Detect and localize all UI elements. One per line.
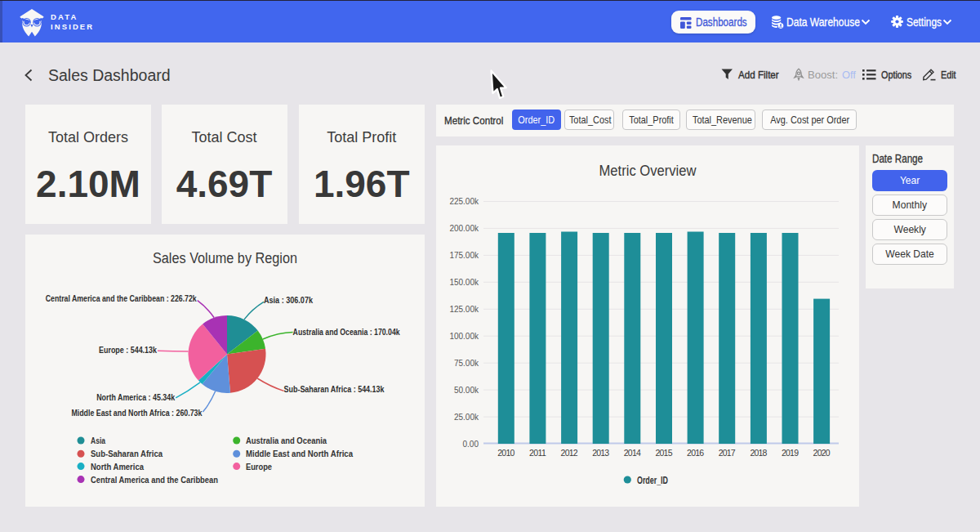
svg-text:2018: 2018: [750, 448, 767, 458]
svg-text:Central America and the Caribb: Central America and the Caribbean: [91, 475, 218, 485]
svg-text:Central America and the Caribb: Central America and the Caribbean : 226.…: [46, 293, 198, 303]
svg-text:2013: 2013: [592, 448, 609, 458]
svg-text:Asia: Asia: [91, 436, 105, 445]
svg-text:0.00: 0.00: [463, 440, 479, 449]
svg-text:Asia : 306.07k: Asia : 306.07k: [264, 295, 314, 305]
svg-text:2015: 2015: [656, 448, 673, 458]
svg-text:125.00k: 125.00k: [449, 305, 479, 314]
svg-text:Australia and Oceania : 170.04: Australia and Oceania : 170.04k: [293, 327, 401, 337]
svg-text:2020: 2020: [813, 448, 831, 458]
svg-text:100.00k: 100.00k: [449, 332, 479, 341]
svg-text:Metric Overview: Metric Overview: [599, 163, 697, 179]
svg-text:50.00k: 50.00k: [454, 386, 479, 395]
svg-text:175.00k: 175.00k: [449, 251, 479, 260]
svg-text:2014: 2014: [624, 448, 641, 458]
svg-text:Middle East and North Africa: Middle East and North Africa: [246, 449, 354, 458]
svg-text:Order_ID: Order_ID: [637, 475, 668, 486]
svg-text:Middle East and North Africa :: Middle East and North Africa : 260.73k: [71, 408, 203, 418]
svg-text:2017: 2017: [719, 448, 736, 458]
svg-text:Europe : 544.13k: Europe : 544.13k: [99, 345, 158, 355]
svg-text:Australia and Oceania: Australia and Oceania: [246, 436, 327, 445]
svg-text:Sub-Saharan Africa: Sub-Saharan Africa: [91, 449, 163, 458]
svg-text:2010: 2010: [497, 448, 514, 458]
svg-text:Sales Volume by Region: Sales Volume by Region: [153, 250, 297, 266]
svg-text:2019: 2019: [782, 448, 799, 458]
svg-text:North America : 45.34k: North America : 45.34k: [96, 392, 176, 402]
svg-text:North America: North America: [91, 462, 144, 472]
svg-text:225.00k: 225.00k: [449, 197, 479, 206]
svg-text:200.00k: 200.00k: [449, 224, 479, 233]
svg-text:Europe: Europe: [246, 462, 272, 472]
svg-text:Sub-Saharan Africa : 544.13k: Sub-Saharan Africa : 544.13k: [284, 384, 385, 394]
svg-text:2016: 2016: [687, 448, 704, 458]
svg-text:2011: 2011: [529, 448, 546, 458]
svg-text:75.00k: 75.00k: [454, 359, 479, 368]
svg-text:150.00k: 150.00k: [449, 278, 479, 287]
svg-text:2012: 2012: [561, 448, 578, 458]
svg-text:25.00k: 25.00k: [454, 413, 479, 422]
